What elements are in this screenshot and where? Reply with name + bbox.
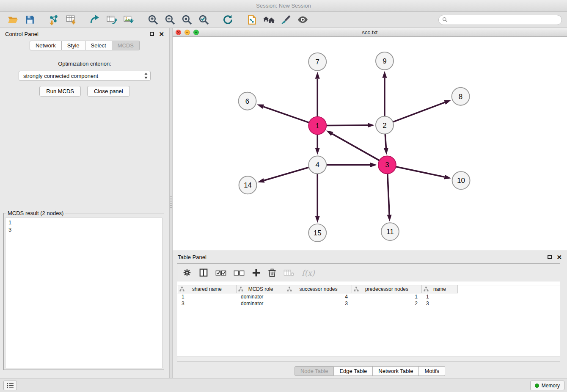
graph-node-3[interactable]: 3 — [378, 156, 396, 174]
column-attribute-icon — [179, 287, 184, 292]
graph-node-9[interactable]: 9 — [376, 52, 394, 70]
graph-node-4[interactable]: 4 — [308, 156, 326, 174]
delete-column-button[interactable] — [268, 268, 276, 277]
tab-mcds[interactable]: MCDS — [112, 41, 140, 50]
graph-node-11[interactable]: 11 — [381, 223, 399, 240]
network-graph[interactable]: 7968124310141511 — [173, 37, 567, 251]
table-panel-header: Table Panel ✕ — [173, 251, 567, 263]
graph-node-15[interactable]: 15 — [308, 224, 326, 242]
import-table-button[interactable] — [63, 13, 78, 27]
function-builder-button[interactable]: f(x) — [302, 268, 315, 277]
graph-node-6[interactable]: 6 — [239, 92, 256, 110]
minimize-window-button[interactable]: − — [184, 30, 190, 35]
style-brush-button[interactable] — [278, 13, 293, 27]
maximize-window-button[interactable]: + — [193, 30, 199, 35]
deselect-all-button[interactable] — [234, 269, 245, 276]
close-table-panel-icon[interactable]: ✕ — [556, 254, 562, 260]
close-panel-icon[interactable]: ✕ — [159, 31, 164, 37]
column-header-successor-nodes[interactable]: successor nodes — [285, 285, 352, 293]
criterion-dropdown[interactable]: strongly connected component — [19, 71, 151, 81]
status-bar: Memory — [0, 378, 567, 392]
graph-edge-4-14[interactable] — [264, 167, 309, 180]
graph-node-7[interactable]: 7 — [308, 53, 326, 71]
table-settings-button[interactable] — [182, 268, 192, 277]
mcds-result-list[interactable]: 13 — [5, 218, 162, 368]
svg-text:7: 7 — [316, 58, 319, 66]
horizontal-scrollbar[interactable] — [177, 356, 560, 362]
open-session-button[interactable] — [5, 13, 20, 27]
tab-edge-table[interactable]: Edge Table — [334, 366, 373, 376]
svg-text:6: 6 — [245, 97, 249, 105]
tab-style[interactable]: Style — [62, 41, 85, 50]
memory-status-icon — [535, 384, 539, 388]
close-panel-button[interactable]: Close panel — [87, 86, 130, 97]
table-toolbar: f(x) — [177, 264, 560, 282]
copy-style-button[interactable] — [244, 13, 259, 27]
network-table-icon — [106, 14, 118, 25]
graph-node-14[interactable]: 14 — [239, 176, 257, 194]
graph-node-2[interactable]: 2 — [376, 116, 394, 134]
application-window: Session: New Session — [0, 0, 567, 392]
graph-edge-1-2[interactable] — [326, 125, 368, 126]
style-brush-icon — [280, 14, 292, 25]
zoom-out-button[interactable] — [162, 13, 177, 27]
show-hide-button[interactable] — [295, 13, 310, 27]
float-panel-icon[interactable] — [150, 32, 154, 36]
graph-edge-3-11[interactable] — [388, 174, 389, 215]
run-mcds-button[interactable]: Run MCDS — [39, 86, 81, 97]
cell-shared-name: 1 — [177, 293, 237, 300]
zoom-in-button[interactable] — [145, 13, 160, 27]
deselect-all-checkboxes-icon — [234, 269, 245, 276]
graph-edge-2-8[interactable] — [393, 102, 445, 122]
float-table-panel-icon[interactable] — [548, 255, 552, 259]
graph-edge-3-10[interactable] — [396, 167, 444, 177]
table-row[interactable]: 3dominator323 — [177, 300, 560, 307]
cell-successor-nodes: 4 — [285, 293, 352, 300]
show-columns-button[interactable] — [199, 268, 208, 277]
select-all-button[interactable] — [215, 269, 226, 276]
clear-table-button[interactable] — [284, 269, 295, 277]
graph-node-10[interactable]: 10 — [452, 171, 470, 189]
svg-text:14: 14 — [244, 181, 252, 189]
show-panels-button[interactable] — [3, 381, 17, 390]
panel-splitter[interactable] — [169, 28, 173, 378]
control-panel-header: Control Panel ✕ — [0, 28, 169, 40]
search-input[interactable] — [450, 17, 558, 23]
memory-button[interactable]: Memory — [530, 381, 564, 390]
cell-shared-name: 3 — [177, 300, 237, 307]
column-header-predecessor-nodes[interactable]: predecessor nodes — [352, 285, 422, 293]
tab-node-table[interactable]: Node Table — [295, 366, 334, 376]
graph-edge-2-3[interactable] — [385, 134, 386, 148]
search-icon — [442, 17, 448, 22]
zoom-selected-button[interactable] — [196, 13, 211, 27]
tab-network[interactable]: Network — [30, 41, 62, 50]
add-column-button[interactable] — [252, 268, 261, 277]
home-button[interactable] — [261, 13, 276, 27]
mcds-result-item[interactable]: 1 — [8, 219, 159, 226]
column-header-mcds-role[interactable]: MCDS role — [237, 285, 285, 293]
tab-motifs[interactable]: Motifs — [419, 366, 445, 376]
save-session-button[interactable] — [22, 13, 37, 27]
table-row[interactable]: 1dominator411 — [177, 293, 560, 300]
close-window-button[interactable]: ✕ — [176, 30, 181, 35]
column-header-shared-name[interactable]: shared name — [177, 285, 237, 293]
new-network-button[interactable] — [87, 13, 102, 27]
column-header-name[interactable]: name — [422, 285, 458, 293]
graph-edge-1-6[interactable] — [263, 107, 309, 123]
zoom-fit-button[interactable] — [179, 13, 194, 27]
search-box[interactable] — [438, 15, 562, 25]
window-titlebar: Session: New Session — [0, 0, 567, 12]
tab-select[interactable]: Select — [85, 41, 112, 50]
graph-edge-3-1[interactable] — [332, 134, 380, 160]
network-canvas[interactable]: 7968124310141511 — [173, 37, 567, 251]
export-image-button[interactable] — [121, 13, 136, 27]
import-network-button[interactable] — [46, 13, 61, 27]
mcds-result-item[interactable]: 3 — [8, 226, 159, 233]
zoom-in-icon — [147, 14, 159, 25]
network-table-button[interactable] — [104, 13, 119, 27]
graph-node-8[interactable]: 8 — [452, 88, 470, 105]
refresh-button[interactable] — [220, 13, 235, 27]
delete-icon — [268, 268, 276, 277]
graph-node-1[interactable]: 1 — [308, 117, 326, 135]
tab-network-table[interactable]: Network Table — [373, 366, 419, 376]
